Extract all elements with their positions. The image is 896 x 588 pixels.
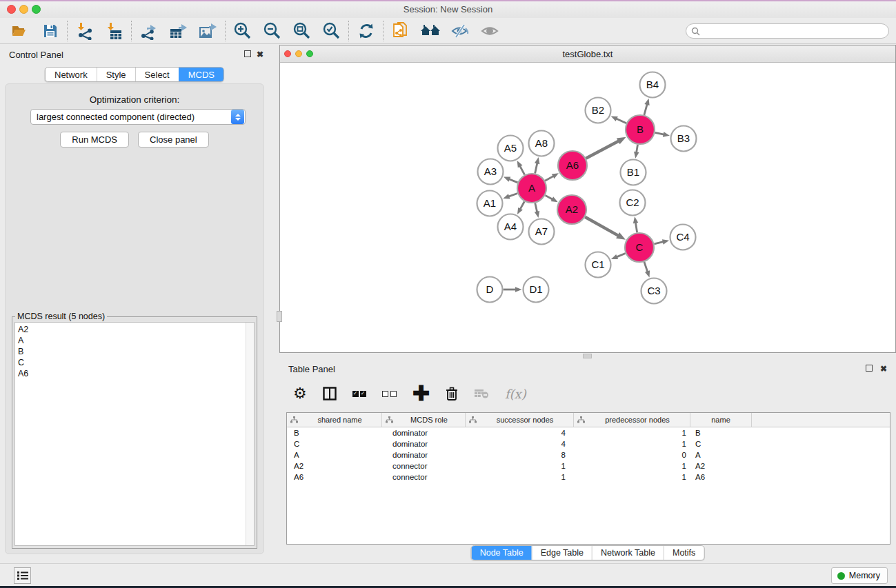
memory-button[interactable]: Memory: [831, 567, 888, 584]
import-network-button[interactable]: [70, 19, 99, 43]
zoom-selected-button[interactable]: [317, 19, 346, 43]
splitter-grip[interactable]: [583, 354, 592, 358]
node-B2[interactable]: B2: [586, 98, 611, 123]
new-network-button[interactable]: [386, 19, 415, 43]
mcds-result-item[interactable]: A6: [15, 368, 254, 379]
edge-C-C3[interactable]: [644, 262, 648, 272]
edge-A-A5[interactable]: [520, 166, 525, 175]
edge-A-A7[interactable]: [535, 203, 537, 212]
table-row[interactable]: Bdominator41B: [287, 427, 890, 438]
tab-node-table[interactable]: Node Table: [472, 546, 532, 560]
edge-A-A2[interactable]: [545, 195, 552, 199]
tab-mcds[interactable]: MCDS: [179, 68, 223, 81]
node-C[interactable]: C: [625, 233, 654, 262]
column-header-successor-nodes[interactable]: successor nodes: [466, 413, 574, 427]
node-B4[interactable]: B4: [640, 72, 666, 98]
tab-network-table[interactable]: Network Table: [592, 546, 664, 560]
mcds-result-item[interactable]: C: [15, 357, 254, 368]
node-B3[interactable]: B3: [671, 126, 697, 152]
tab-select[interactable]: Select: [135, 68, 179, 81]
node-B1[interactable]: B1: [621, 160, 646, 185]
tab-network[interactable]: Network: [46, 68, 97, 81]
edge-A-A3[interactable]: [509, 179, 518, 183]
close-panel-icon[interactable]: ✖: [256, 50, 264, 59]
edge-C-C1[interactable]: [617, 253, 626, 256]
delete-table-button[interactable]: [474, 388, 489, 399]
function-builder-button[interactable]: f(x): [505, 387, 526, 401]
node-A2[interactable]: A2: [557, 195, 586, 224]
table-row[interactable]: Adominator80A: [287, 449, 890, 460]
edge-A-A6[interactable]: [545, 176, 553, 181]
tab-motifs[interactable]: Motifs: [664, 546, 704, 560]
show-columns-button[interactable]: [323, 387, 337, 401]
node-A8[interactable]: A8: [529, 131, 555, 156]
table-row[interactable]: A6connector11A6: [287, 472, 890, 483]
hide-selected-button[interactable]: [445, 19, 475, 43]
splitter-grip[interactable]: [277, 311, 282, 322]
export-image-button[interactable]: [193, 19, 223, 43]
search-input[interactable]: [703, 25, 888, 37]
export-table-button[interactable]: [163, 19, 193, 43]
select-all-columns-button[interactable]: [352, 391, 366, 397]
node-A6[interactable]: A6: [558, 151, 587, 180]
node-A[interactable]: A: [517, 174, 546, 203]
table-settings-button[interactable]: ⚙: [293, 386, 307, 401]
edge-C-C4[interactable]: [654, 242, 663, 244]
mcds-result-item[interactable]: A: [15, 335, 254, 346]
edge-B-B4[interactable]: [644, 104, 647, 115]
tab-edge-table[interactable]: Edge Table: [532, 546, 592, 560]
table-row[interactable]: A2connector11A2: [287, 460, 890, 472]
node-A5[interactable]: A5: [498, 136, 524, 161]
open-browser-button[interactable]: [415, 19, 445, 43]
tab-style[interactable]: Style: [97, 68, 135, 81]
column-header-MCDS-role[interactable]: MCDS role: [382, 413, 466, 427]
import-table-button[interactable]: [99, 19, 129, 43]
edge-C-C2[interactable]: [635, 223, 637, 233]
node-A7[interactable]: A7: [529, 219, 555, 245]
float-table-panel-button[interactable]: [866, 365, 874, 373]
run-mcds-button[interactable]: Run MCDS: [60, 132, 129, 148]
node-B[interactable]: B: [626, 115, 655, 144]
scrollbar-track[interactable]: [246, 323, 254, 545]
criterion-select[interactable]: largest connected component (directed): [30, 109, 246, 125]
node-D1[interactable]: D1: [524, 277, 549, 303]
table-row[interactable]: Cdominator41C: [287, 438, 890, 449]
node-D[interactable]: D: [477, 277, 503, 303]
task-history-button[interactable]: [14, 567, 31, 584]
apply-layout-button[interactable]: [351, 19, 381, 43]
column-header-predecessor-nodes[interactable]: predecessor nodes: [574, 413, 690, 427]
edge-B-B2[interactable]: [616, 119, 626, 123]
open-file-button[interactable]: [6, 19, 35, 43]
mcds-result-list[interactable]: A2ABCA6: [14, 322, 255, 546]
save-session-button[interactable]: [35, 19, 65, 43]
mcds-result-item[interactable]: A2: [15, 324, 254, 335]
zoom-fit-button[interactable]: [287, 19, 317, 43]
column-header-name[interactable]: name: [690, 413, 752, 427]
edge-B-B3[interactable]: [655, 132, 664, 134]
delete-columns-button[interactable]: [446, 387, 458, 401]
unselect-all-columns-button[interactable]: [382, 391, 397, 397]
edge-B-B1[interactable]: [637, 145, 638, 153]
edge-A2-C[interactable]: [585, 217, 618, 236]
edge-A-A8[interactable]: [535, 163, 537, 173]
show-all-button[interactable]: [475, 19, 504, 43]
zoom-out-button[interactable]: [257, 19, 287, 43]
node-A1[interactable]: A1: [477, 191, 503, 216]
close-panel-button[interactable]: Close panel: [138, 132, 209, 148]
node-C4[interactable]: C4: [670, 225, 696, 250]
float-panel-button[interactable]: [244, 50, 252, 59]
node-C1[interactable]: C1: [586, 252, 611, 278]
create-column-button[interactable]: ✚: [412, 385, 430, 402]
node-A4[interactable]: A4: [498, 214, 524, 240]
network-canvas[interactable]: AA1A2A3A4A5A6A7A8BB1B2B3B4CC1C2C3C4DD1: [281, 63, 895, 352]
edge-A-A4[interactable]: [520, 201, 524, 209]
node-A3[interactable]: A3: [478, 159, 504, 185]
node-C2[interactable]: C2: [620, 190, 646, 216]
export-network-button[interactable]: [134, 19, 163, 43]
edge-A6-B[interactable]: [586, 141, 619, 158]
close-table-panel-icon[interactable]: ✖: [879, 365, 888, 373]
column-header-shared-name[interactable]: shared name: [287, 413, 382, 427]
node-C3[interactable]: C3: [641, 278, 667, 304]
mcds-result-item[interactable]: B: [15, 346, 254, 357]
zoom-in-button[interactable]: [228, 19, 257, 43]
